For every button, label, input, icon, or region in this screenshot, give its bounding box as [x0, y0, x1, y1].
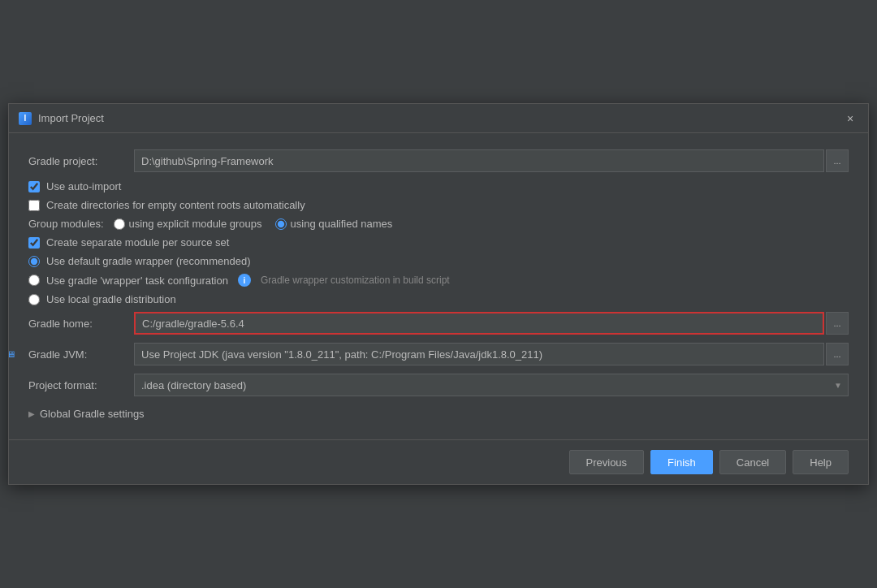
create-dirs-row: Create directories for empty content roo…	[28, 199, 849, 211]
global-gradle-settings-expander[interactable]: ▶ Global Gradle settings	[28, 404, 849, 423]
expander-arrow-icon: ▶	[28, 409, 35, 418]
project-format-row: Project format: .idea (directory based) …	[28, 374, 849, 396]
previous-button[interactable]: Previous	[569, 450, 645, 474]
group-qualified-option: using qualified names	[275, 218, 393, 230]
dialog-title: Import Project	[38, 112, 104, 124]
create-dirs-label[interactable]: Create directories for empty content roo…	[46, 199, 305, 211]
global-gradle-settings-label: Global Gradle settings	[40, 408, 145, 420]
use-auto-import-label[interactable]: Use auto-import	[46, 180, 121, 192]
project-format-wrapper: .idea (directory based) ▼	[134, 374, 849, 396]
gradle-home-input[interactable]	[134, 312, 824, 335]
project-format-select[interactable]: .idea (directory based)	[134, 374, 849, 396]
create-separate-row: Create separate module per source set	[28, 236, 849, 249]
finish-button[interactable]: Finish	[650, 450, 713, 474]
dialog-content: Gradle project: ... Use auto-import Crea…	[9, 133, 868, 439]
wrapper-info-icon[interactable]: i	[238, 274, 251, 287]
create-dirs-checkbox[interactable]	[28, 200, 40, 211]
gradle-jvm-wrapper: Use Project JDK (java version "1.8.0_211…	[134, 343, 824, 365]
use-auto-import-row: Use auto-import	[28, 180, 849, 192]
use-default-wrapper-radio[interactable]	[28, 256, 40, 267]
dialog-icon: I	[19, 112, 32, 125]
create-separate-label[interactable]: Create separate module per source set	[46, 236, 229, 249]
group-modules-label: Group modules:	[28, 218, 104, 230]
gradle-project-row: Gradle project: ...	[28, 149, 849, 172]
use-wrapper-task-label[interactable]: Use gradle 'wrapper' task configuration	[46, 275, 228, 287]
use-default-wrapper-label[interactable]: Use default gradle wrapper (recommended)	[46, 255, 250, 267]
title-bar-left: I Import Project	[19, 112, 104, 125]
group-qualified-radio[interactable]	[275, 218, 287, 230]
create-separate-checkbox[interactable]	[28, 237, 40, 249]
title-bar: I Import Project ×	[9, 104, 868, 133]
gradle-project-browse-button[interactable]: ...	[826, 149, 849, 172]
group-modules-row: Group modules: using explicit module gro…	[28, 218, 849, 230]
import-project-dialog: I Import Project × Gradle project: ... U…	[8, 103, 869, 485]
use-local-gradle-radio[interactable]	[28, 294, 40, 305]
wrapper-info-text: Gradle wrapper customization in build sc…	[261, 275, 450, 286]
dialog-footer: Previous Finish Cancel Help	[9, 439, 868, 484]
gradle-jvm-row: Gradle JVM: Use Project JDK (java versio…	[28, 343, 849, 365]
gradle-project-input[interactable]	[134, 149, 824, 172]
gradle-jvm-select[interactable]: Use Project JDK (java version "1.8.0_211…	[134, 343, 824, 365]
group-explicit-option: using explicit module groups	[114, 218, 262, 230]
use-local-gradle-label[interactable]: Use local gradle distribution	[46, 293, 176, 305]
help-button[interactable]: Help	[793, 450, 849, 474]
gradle-home-browse-button[interactable]: ...	[826, 312, 849, 335]
group-explicit-label[interactable]: using explicit module groups	[129, 218, 262, 230]
gradle-project-label: Gradle project:	[28, 155, 134, 167]
use-default-wrapper-row: Use default gradle wrapper (recommended)	[28, 255, 849, 267]
cancel-button[interactable]: Cancel	[719, 450, 786, 474]
group-explicit-radio[interactable]	[114, 218, 125, 230]
project-format-label: Project format:	[28, 379, 134, 391]
use-local-gradle-row: Use local gradle distribution	[28, 293, 849, 305]
close-button[interactable]: ×	[842, 110, 858, 127]
gradle-jvm-label: Gradle JVM:	[28, 348, 134, 361]
use-wrapper-task-radio[interactable]	[28, 275, 40, 286]
group-qualified-label[interactable]: using qualified names	[291, 218, 393, 230]
use-wrapper-task-row: Use gradle 'wrapper' task configuration …	[28, 274, 849, 287]
gradle-home-row: Gradle home: ...	[28, 312, 849, 335]
gradle-jvm-browse-button[interactable]: ...	[826, 343, 849, 365]
use-auto-import-checkbox[interactable]	[28, 181, 40, 192]
gradle-home-label: Gradle home:	[28, 318, 134, 330]
